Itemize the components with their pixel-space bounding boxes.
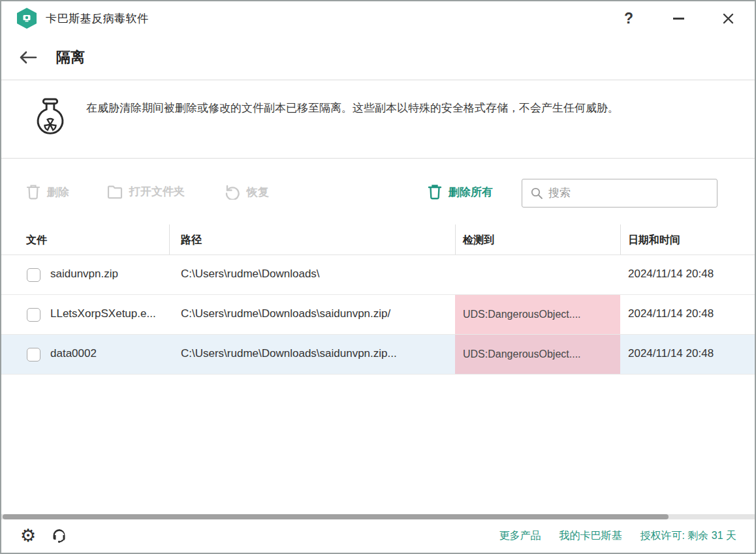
table-row-selected[interactable]: data0002 C:\Users\rudme\Downloads\saidun… <box>1 335 755 375</box>
search-box[interactable] <box>522 179 717 208</box>
open-folder-button[interactable]: 打开文件夹 <box>107 184 185 199</box>
table-row[interactable]: saidunvpn.zip C:\Users\rudme\Downloads\ … <box>1 255 755 295</box>
delete-button[interactable]: 删除 <box>26 184 69 200</box>
app-title: 卡巴斯基反病毒软件 <box>46 11 149 26</box>
horizontal-scrollbar-thumb[interactable] <box>3 514 669 519</box>
support-button[interactable] <box>50 527 69 546</box>
column-header-file[interactable]: 文件 <box>26 234 47 247</box>
quarantine-table: 文件 路径 检测到 日期和时间 saidunvpn.zip C:\Users\r… <box>1 224 755 375</box>
restore-button[interactable]: 恢复 <box>225 184 269 200</box>
kaspersky-window: 卡巴斯基反病毒软件 ? 隔离 <box>0 0 756 554</box>
row-checkbox[interactable] <box>27 268 40 282</box>
page-header: 隔离 <box>1 35 755 80</box>
column-divider <box>620 224 621 254</box>
delete-all-label: 删除所有 <box>449 185 493 200</box>
footer-bar: ⚙ 更多产品 我的卡巴斯基 授权许可: 剩余 31 天 <box>1 519 755 553</box>
horizontal-scrollbar[interactable] <box>1 514 755 519</box>
cell-datetime: 2024/11/14 20:48 <box>628 307 714 320</box>
row-checkbox[interactable] <box>27 348 40 362</box>
row-checkbox[interactable] <box>27 308 40 322</box>
quarantine-description: 在威胁清除期间被删除或修改的文件副本已移至隔离。这些副本以特殊的安全格式存储，不… <box>86 99 739 118</box>
column-header-path[interactable]: 路径 <box>181 234 202 247</box>
quarantine-info-section: 在威胁清除期间被删除或修改的文件副本已移至隔离。这些副本以特殊的安全格式存储，不… <box>1 81 755 159</box>
title-bar: 卡巴斯基反病毒软件 ? <box>1 1 755 35</box>
cell-datetime: 2024/11/14 20:48 <box>628 268 714 281</box>
minimize-icon <box>673 18 684 20</box>
page-title: 隔离 <box>56 48 85 67</box>
column-header-datetime[interactable]: 日期和时间 <box>628 234 680 247</box>
trash-icon <box>26 184 40 200</box>
close-icon <box>723 13 734 24</box>
settings-button[interactable]: ⚙ <box>18 527 38 546</box>
back-arrow-icon <box>18 50 38 65</box>
toolbar: 删除 打开文件夹 恢复 删除所有 <box>1 170 755 215</box>
search-icon <box>530 187 543 200</box>
cell-path: C:\Users\rudme\Downloads\saidunvpn.zip..… <box>181 347 397 360</box>
window-controls: ? <box>620 10 736 27</box>
cell-file: LLetsXorpSXetup.e... <box>50 307 156 320</box>
delete-label: 删除 <box>47 185 69 200</box>
my-kaspersky-link[interactable]: 我的卡巴斯基 <box>559 529 622 543</box>
cell-file: saidunvpn.zip <box>50 268 118 281</box>
table-header: 文件 路径 检测到 日期和时间 <box>1 224 755 255</box>
quarantine-flask-icon <box>30 97 71 146</box>
table-row[interactable]: LLetsXorpSXetup.e... C:\Users\rudme\Down… <box>1 295 755 335</box>
search-input[interactable] <box>548 187 709 200</box>
headset-icon <box>51 528 68 545</box>
restore-icon <box>225 184 240 200</box>
footer-links: 更多产品 我的卡巴斯基 授权许可: 剩余 31 天 <box>499 529 736 543</box>
cell-datetime: 2024/11/14 20:48 <box>628 347 714 360</box>
cell-detected-threat: UDS:DangerousObject.... <box>455 335 620 374</box>
cell-path: C:\Users\rudme\Downloads\ <box>181 268 320 281</box>
kaspersky-logo-icon <box>17 8 37 29</box>
license-status-link[interactable]: 授权许可: 剩余 31 天 <box>640 529 736 543</box>
restore-label: 恢复 <box>247 185 269 200</box>
minimize-button[interactable] <box>670 10 687 27</box>
column-header-detected[interactable]: 检测到 <box>463 234 494 247</box>
cell-detected-threat: UDS:DangerousObject.... <box>455 295 620 334</box>
delete-all-button[interactable]: 删除所有 <box>428 184 493 200</box>
close-button[interactable] <box>719 10 736 27</box>
more-products-link[interactable]: 更多产品 <box>499 529 541 543</box>
cell-path: C:\Users\rudme\Downloads\saidunvpn.zip/ <box>181 307 390 320</box>
column-divider <box>455 224 456 254</box>
folder-icon <box>107 185 123 199</box>
open-folder-label: 打开文件夹 <box>129 184 185 199</box>
cell-file: data0002 <box>50 347 97 360</box>
back-button[interactable] <box>18 48 40 67</box>
gear-icon: ⚙ <box>20 527 36 545</box>
trash-all-icon <box>428 184 442 200</box>
column-divider <box>169 224 170 254</box>
help-button[interactable]: ? <box>620 10 637 27</box>
